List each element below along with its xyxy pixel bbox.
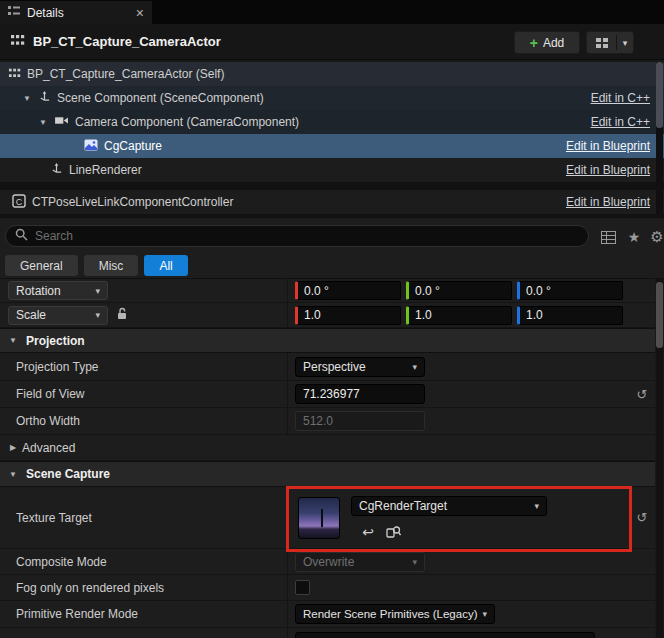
ortho-width-row: Ortho Width 512.0 — [0, 408, 655, 435]
scale-y-field[interactable]: 1.0 — [406, 306, 512, 325]
reset-to-default-icon[interactable]: ↺ — [629, 487, 655, 548]
tree-row-camera-component[interactable]: ▼ Camera Component (CameraComponent) Edi… — [0, 110, 664, 134]
composite-mode-row: Composite Mode Overwrite ▾ — [0, 549, 655, 575]
scene-component-icon — [50, 162, 63, 178]
rotation-label: Rotation — [16, 284, 61, 298]
details-panel: Details × BP_CT_Capture_CameraActor + Ad… — [0, 0, 664, 638]
scale-label: Scale — [16, 308, 46, 322]
scale-dropdown[interactable]: Scale ▾ — [8, 306, 108, 325]
rotation-z-field[interactable]: 0.0 ° — [517, 281, 623, 300]
filter-tabs: General Misc All — [5, 255, 188, 276]
display-filter-icon[interactable] — [599, 228, 617, 246]
collapse-arrow-icon: ▼ — [8, 336, 18, 345]
rotation-row: Rotation ▾ 0.0 ° 0.0 ° 0.0 ° — [0, 279, 655, 303]
chevron-down-icon: ▾ — [482, 609, 487, 619]
texture-target-value: CgRenderTarget — [359, 499, 447, 513]
rotation-y-field[interactable]: 0.0 ° — [406, 281, 512, 300]
texture-target-select[interactable]: CgRenderTarget ▾ — [351, 496, 547, 516]
chevron-down-icon: ▾ — [412, 557, 417, 567]
properties-scrollbar-thumb[interactable] — [656, 282, 663, 348]
rotation-z-value: 0.0 ° — [526, 284, 551, 298]
section-title: Scene Capture — [26, 467, 110, 481]
add-component-button[interactable]: + Add — [514, 31, 580, 54]
primitive-render-mode-label: Primitive Render Mode — [16, 607, 138, 621]
tree-row-label: Scene Component (SceneComponent) — [57, 91, 264, 105]
tree-row-label: LineRenderer — [69, 163, 142, 177]
tree-row-scene-component[interactable]: ▼ Scene Component (SceneComponent) Edit … — [0, 86, 664, 110]
capture-source-select[interactable]: Final Color (HDR) in Linear Working Colo… — [295, 632, 595, 638]
chevron-down-icon: ▾ — [534, 501, 539, 511]
filter-misc[interactable]: Misc — [84, 255, 139, 276]
edit-in-cpp-link[interactable]: Edit in C++ — [591, 91, 654, 105]
composite-mode-select: Overwrite ▾ — [295, 552, 425, 572]
expand-arrow-icon[interactable]: ▶ — [8, 443, 18, 452]
settings-gear-icon[interactable]: ⚙ — [648, 228, 664, 246]
edit-in-blueprint-link[interactable]: Edit in Blueprint — [566, 139, 654, 153]
projection-type-select[interactable]: Perspective ▾ — [295, 357, 425, 377]
edit-in-blueprint-link[interactable]: Edit in Blueprint — [566, 195, 654, 209]
tab-title: Details — [27, 6, 64, 20]
primitive-render-mode-select[interactable]: Render Scene Primitives (Legacy) ▾ — [295, 604, 495, 624]
ortho-width-value: 512.0 — [303, 414, 333, 428]
advanced-expander-row[interactable]: ▶ Advanced — [0, 435, 655, 461]
ortho-width-label: Ortho Width — [16, 414, 80, 428]
ortho-width-input: 512.0 — [295, 411, 425, 431]
scale-x-field[interactable]: 1.0 — [295, 306, 401, 325]
use-selected-asset-icon[interactable]: ↩ — [359, 523, 377, 541]
reset-to-default-icon[interactable]: ↺ — [629, 381, 655, 407]
rotation-y-value: 0.0 ° — [415, 284, 440, 298]
tree-row-label: Camera Component (CameraComponent) — [75, 115, 299, 129]
plus-icon: + — [530, 35, 538, 51]
property-grid: Rotation ▾ 0.0 ° 0.0 ° 0.0 ° Scale ▾ — [0, 278, 655, 638]
chevron-down-icon: ▾ — [95, 310, 100, 320]
capture-source-row: Capture Source Final Color (HDR) in Line… — [0, 628, 655, 638]
search-icon — [15, 228, 28, 244]
tab-details[interactable]: Details × — [0, 1, 152, 24]
fog-only-checkbox[interactable] — [295, 580, 310, 595]
tree-row-self[interactable]: BP_CT_Capture_CameraActor (Self) — [0, 62, 664, 86]
browse-to-asset-icon[interactable] — [384, 523, 402, 541]
composite-mode-label: Composite Mode — [16, 555, 107, 569]
field-of-view-label: Field of View — [16, 387, 84, 401]
scale-z-field[interactable]: 1.0 — [517, 306, 623, 325]
edit-in-blueprint-link[interactable]: Edit in Blueprint — [566, 163, 654, 177]
fog-only-label: Fog only on rendered pixels — [16, 581, 164, 595]
svg-text:C: C — [16, 196, 23, 206]
tree-scrollbar-thumb[interactable] — [656, 62, 663, 128]
tree-row-label: CTPoseLiveLinkComponentController — [32, 195, 233, 209]
collapse-arrow-icon[interactable]: ▼ — [22, 94, 32, 103]
filter-all[interactable]: All — [144, 255, 187, 276]
lock-icon[interactable] — [116, 307, 128, 323]
advanced-label: Advanced — [22, 441, 75, 455]
scene-component-icon — [38, 90, 51, 106]
search-bar[interactable] — [5, 225, 589, 247]
edit-in-cpp-link[interactable]: Edit in C++ — [591, 115, 654, 129]
texture-target-thumbnail[interactable] — [298, 497, 340, 539]
field-of-view-value: 71.236977 — [303, 387, 360, 401]
close-icon[interactable]: × — [136, 6, 144, 20]
tree-scrollbar[interactable] — [656, 62, 663, 214]
section-scene-capture[interactable]: ▼ Scene Capture — [0, 461, 655, 487]
rotation-dropdown[interactable]: Rotation ▾ — [8, 281, 108, 300]
tree-row-ctpose-controller[interactable]: C CTPoseLiveLinkComponentController Edit… — [0, 190, 664, 214]
tree-row-cgcapture[interactable]: CgCapture Edit in Blueprint — [0, 134, 664, 158]
chevron-down-icon: ▾ — [95, 286, 100, 296]
properties-scrollbar[interactable] — [656, 278, 663, 638]
collapse-arrow-icon[interactable]: ▼ — [38, 118, 48, 127]
scale-x-value: 1.0 — [304, 308, 321, 322]
texture-target-label: Texture Target — [16, 511, 92, 525]
projection-type-row: Projection Type Perspective ▾ — [0, 353, 655, 381]
favorites-star-icon[interactable]: ★ — [625, 228, 643, 246]
section-projection[interactable]: ▼ Projection — [0, 328, 655, 353]
search-input[interactable] — [35, 229, 579, 243]
filter-general[interactable]: General — [5, 255, 78, 276]
actor-icon — [8, 67, 21, 82]
rotation-x-field[interactable]: 0.0 ° — [295, 281, 401, 300]
field-of-view-input[interactable]: 71.236977 — [295, 384, 425, 404]
panel-options-button[interactable]: ▾ — [586, 31, 634, 54]
tree-row-linerenderer[interactable]: LineRenderer Edit in Blueprint — [0, 158, 664, 182]
chevron-down-icon[interactable]: ▾ — [617, 38, 633, 48]
field-of-view-row: Field of View 71.236977 ↺ — [0, 381, 655, 408]
section-title: Projection — [26, 334, 85, 348]
primitive-render-mode-row: Primitive Render Mode Render Scene Primi… — [0, 601, 655, 628]
